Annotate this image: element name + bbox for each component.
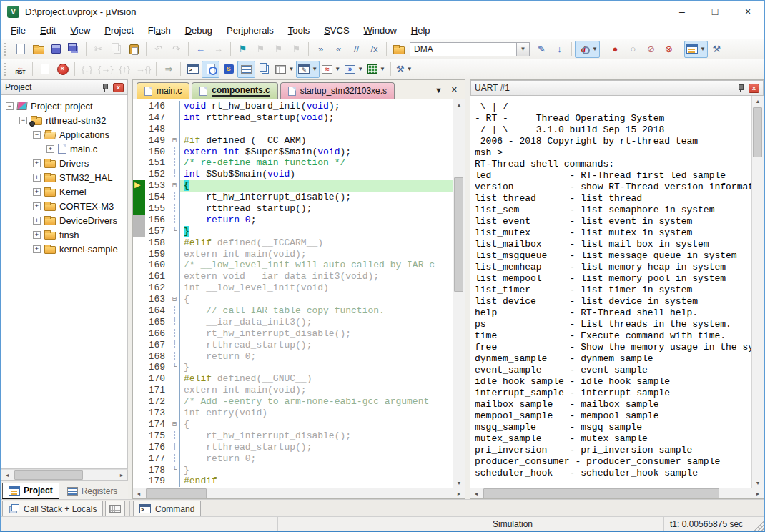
fold-marker-icon[interactable]: ⊟ <box>169 294 179 305</box>
uart-close-icon[interactable]: x <box>749 84 759 93</box>
step-over-button[interactable]: {→} <box>96 61 116 78</box>
system-viewer-button[interactable]: ▼ <box>365 61 388 78</box>
expander-icon[interactable]: + <box>33 202 41 210</box>
tree-item-kernel[interactable]: +Kernel <box>1 184 127 199</box>
toggle-bookmark-button[interactable]: ⚑ <box>234 41 252 58</box>
redo-button[interactable]: ↷ <box>167 41 185 58</box>
navigate-forward-button[interactable]: → <box>209 41 227 58</box>
insert-breakpoint-button[interactable]: ● <box>606 41 624 58</box>
cut-button[interactable]: ✂ <box>89 41 107 58</box>
scrollbar-thumb[interactable] <box>454 177 463 292</box>
tab-registers[interactable]: Registers <box>61 483 124 499</box>
navigate-back-button[interactable]: ← <box>192 41 209 58</box>
scroll-left-icon[interactable]: ◄ <box>1 470 13 480</box>
scrollbar-thumb[interactable] <box>146 488 207 498</box>
expander-icon[interactable]: + <box>33 245 41 253</box>
tab-startup-stm32f103xe-s[interactable]: startup_stm32f103xe.s <box>280 82 395 99</box>
tree-item-drivers[interactable]: +Drivers <box>1 156 127 170</box>
uart-hscrollbar[interactable]: ◄ ► <box>470 488 764 498</box>
expander-icon[interactable]: + <box>33 217 41 225</box>
expander-icon[interactable]: + <box>33 174 41 182</box>
fold-marker-icon[interactable]: ⊟ <box>169 135 179 147</box>
outdent-button[interactable]: « <box>330 41 347 58</box>
tab-main-c[interactable]: main.c <box>137 82 189 99</box>
scroll-left-icon[interactable]: ◄ <box>470 488 482 498</box>
copy-button[interactable] <box>107 41 125 58</box>
disable-breakpoint-button[interactable]: ○ <box>624 41 642 58</box>
menu-debug[interactable]: Debug <box>178 23 219 38</box>
close-document-icon[interactable]: ✕ <box>451 85 458 94</box>
clear-bookmarks-button[interactable]: ⚑ <box>287 41 305 58</box>
next-bookmark-button[interactable]: ⚑ <box>270 41 287 58</box>
expander-icon[interactable]: − <box>19 117 27 124</box>
scroll-up-icon[interactable]: ▲ <box>752 96 764 106</box>
menu-file[interactable]: File <box>4 23 33 38</box>
tree-item-kernel-sample[interactable]: +kernel-sample <box>1 242 127 256</box>
run-button[interactable] <box>36 61 54 78</box>
menu-edit[interactable]: Edit <box>33 23 63 38</box>
menu-view[interactable]: View <box>63 23 97 38</box>
memory-window-button[interactable]: ▼ <box>273 61 296 78</box>
symbol-window-button[interactable]: S <box>219 61 237 78</box>
analysis-window-button[interactable]: ≈▼ <box>320 61 342 78</box>
incremental-find-button[interactable]: ↓ <box>551 41 568 58</box>
scrollbar-thumb[interactable] <box>753 107 762 157</box>
disassembly-window-button[interactable] <box>202 61 219 78</box>
scroll-up-icon[interactable]: ▲ <box>453 99 465 109</box>
resize-grip[interactable] <box>752 517 764 531</box>
tree-item-project-project[interactable]: −Project: project <box>1 99 127 113</box>
tab-call-stack-locals[interactable]: Call Stack + Locals <box>2 501 103 516</box>
tab-components-c[interactable]: components.c <box>192 82 277 99</box>
scroll-right-icon[interactable]: ► <box>453 488 465 498</box>
tree-item-applications[interactable]: −Applications <box>1 127 127 142</box>
serial-window-button[interactable]: ✎▼ <box>296 61 320 78</box>
tree-item-cortex-m3[interactable]: +CORTEX-M3 <box>1 199 127 213</box>
expander-icon[interactable]: + <box>33 159 41 167</box>
tree-item-devicedrivers[interactable]: +DeviceDrivers <box>1 213 127 227</box>
flash-target-combo-dropdown-icon[interactable]: ▼ <box>517 42 530 56</box>
editor-vscrollbar[interactable]: ▲ ▼ <box>453 99 465 488</box>
uncomment-button[interactable]: /x <box>365 41 383 58</box>
uart-vscrollbar[interactable]: ▲ ▼ <box>751 96 764 488</box>
save-all-button[interactable] <box>65 41 83 58</box>
menu-peripherals[interactable]: Peripherals <box>219 23 281 38</box>
document-list-icon[interactable]: ▼ <box>435 86 443 94</box>
tab-project[interactable]: Project <box>2 483 59 499</box>
minimize-button[interactable]: – <box>666 1 699 22</box>
undo-button[interactable]: ↶ <box>149 41 167 58</box>
run-to-cursor-button[interactable]: →{} <box>134 61 154 78</box>
reset-button[interactable]: RST <box>11 61 29 78</box>
menu-tools[interactable]: Tools <box>281 23 317 38</box>
show-next-statement-button[interactable]: ⇒ <box>159 61 177 78</box>
tree-item-stm32-hal[interactable]: +STM32_HAL <box>1 170 127 184</box>
callstack-window-button[interactable] <box>237 61 255 78</box>
paste-button[interactable] <box>125 41 143 58</box>
scroll-down-icon[interactable]: ▼ <box>453 478 465 488</box>
menu-project[interactable]: Project <box>97 23 141 38</box>
maximize-button[interactable]: □ <box>699 1 731 22</box>
tab-memory-window[interactable] <box>105 501 125 516</box>
editor-hscrollbar[interactable]: ◄ ► <box>133 488 465 498</box>
indent-button[interactable]: » <box>312 41 330 58</box>
tab-command[interactable]: > Command <box>133 501 201 516</box>
uart-terminal-output[interactable]: \ | / - RT - Thread Operating System / |… <box>470 96 751 488</box>
fold-marker-icon[interactable]: ⊟ <box>169 180 179 192</box>
scroll-down-icon[interactable]: ▼ <box>752 478 764 488</box>
expander-icon[interactable]: − <box>6 102 14 110</box>
expander-icon[interactable]: − <box>33 131 41 139</box>
save-button[interactable] <box>47 41 65 58</box>
tree-item-finsh[interactable]: +finsh <box>1 227 127 242</box>
toolbox-button[interactable]: ⚒▼ <box>394 61 415 78</box>
prev-bookmark-button[interactable]: ⚑ <box>252 41 270 58</box>
project-close-icon[interactable]: x <box>113 83 124 92</box>
flash-target-combo[interactable]: DMA <box>410 42 517 56</box>
menu-svcs[interactable]: SVCS <box>317 23 356 38</box>
scroll-right-icon[interactable]: ► <box>752 488 764 498</box>
expander-icon[interactable]: + <box>46 145 54 153</box>
fold-marker-icon[interactable]: ⊟ <box>169 419 179 430</box>
project-tree-hscrollbar[interactable]: ◄ ► <box>1 469 128 481</box>
watch-window-button[interactable] <box>255 61 273 78</box>
find-in-files-button[interactable]: ✎ <box>533 41 551 58</box>
kill-all-breakpoints-button[interactable]: ⊗ <box>660 41 678 58</box>
expander-icon[interactable]: + <box>33 188 41 196</box>
